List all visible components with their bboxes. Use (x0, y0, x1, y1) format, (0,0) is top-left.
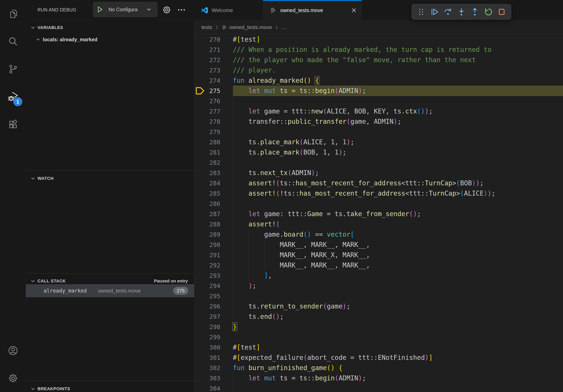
debug-step-out-button[interactable] (469, 6, 481, 18)
gutter[interactable]: 283 (194, 168, 233, 178)
code-line-text[interactable]: assert!( (233, 219, 563, 229)
gutter[interactable]: 298 (194, 322, 233, 332)
gutter[interactable]: 303 (194, 373, 233, 383)
code-line-280[interactable]: 280 ts.place_mark(ALICE, 1, 1); (194, 137, 563, 147)
gutter[interactable]: 292 (194, 260, 233, 270)
more-actions-icon[interactable] (177, 5, 186, 15)
activity-bar-item-accounts[interactable] (0, 337, 26, 364)
code-line-291[interactable]: 291 MARK__, MARK_X, MARK__, (194, 250, 563, 260)
code-line-text[interactable]: let game = ttt::new(ALICE, BOB, KEY, ts.… (233, 106, 563, 117)
code-line-text[interactable]: MARK__, MARK__, MARK__, (233, 240, 563, 250)
gutter[interactable]: 274 (194, 75, 233, 86)
code-line-288[interactable]: 288 assert!( (194, 219, 563, 229)
code-line-295[interactable]: 295 (194, 291, 563, 301)
code-line-text[interactable]: /// player. (233, 65, 563, 75)
code-line-294[interactable]: 294 ); (194, 281, 563, 291)
debug-continue-button[interactable] (429, 6, 440, 18)
gutter[interactable]: 278 (194, 117, 233, 127)
debug-config-dropdown[interactable]: No Configura (93, 2, 157, 17)
code-line-text[interactable]: MARK__, MARK_X, MARK__, (233, 250, 563, 260)
debug-step-over-button[interactable] (442, 6, 454, 18)
breadcrumb-item-tests[interactable]: tests (201, 24, 212, 30)
gutter[interactable]: 288 (194, 219, 233, 229)
variables-locals-scope[interactable]: locals: already_marked (26, 34, 194, 45)
code-line-283[interactable]: 283 ts.next_tx(ADMIN); (194, 168, 563, 178)
gutter[interactable]: 302 (194, 363, 233, 373)
activity-bar-item-explorer[interactable] (0, 0, 26, 28)
code-line-276[interactable]: 276 (194, 96, 563, 106)
code-line-292[interactable]: 292 MARK__, MARK__, MARK__, (194, 260, 563, 270)
code-line-299[interactable]: 299 (194, 332, 563, 342)
call-stack-frame[interactable]: already_marked owned_tests.move 275 (26, 284, 194, 297)
code-line-text[interactable]: fun already_marked() { (233, 75, 563, 86)
code-line-281[interactable]: 281 ts.place_mark(BOB, 1, 1); (194, 147, 563, 157)
gutter[interactable]: 282 (194, 157, 233, 168)
gutter[interactable]: 299 (194, 332, 233, 342)
gutter[interactable]: 290 (194, 240, 233, 250)
code-line-287[interactable]: 287 let game: ttt::Game = ts.take_from_s… (194, 209, 563, 219)
debug-step-into-button[interactable] (456, 6, 467, 18)
code-line-text[interactable] (233, 96, 563, 106)
code-line-text[interactable]: #[test] (233, 34, 563, 45)
gutter[interactable]: 284 (194, 178, 233, 188)
gutter[interactable]: 297 (194, 312, 233, 322)
variables-section-header[interactable]: VARIABLES (26, 21, 194, 34)
code-line-275[interactable]: 275 let mut ts = ts::begin(ADMIN); (194, 86, 563, 96)
code-line-text[interactable]: ); (233, 281, 563, 291)
code-line-300[interactable]: 300#[test] (194, 342, 563, 353)
code-line-273[interactable]: 273/// player. (194, 65, 563, 75)
code-line-text[interactable]: let mut ts = ts::begin(ADMIN); (233, 86, 563, 96)
code-line-277[interactable]: 277 let game = ttt::new(ALICE, BOB, KEY,… (194, 106, 563, 117)
code-line-text[interactable] (233, 157, 563, 168)
code-line-298[interactable]: 298} (194, 322, 563, 332)
gutter[interactable]: 286 (194, 198, 233, 209)
activity-bar-item-source-control[interactable] (0, 55, 26, 83)
code-line-text[interactable]: assert!(ts::has_most_recent_for_address<… (233, 178, 563, 188)
code-line-text[interactable] (233, 291, 563, 301)
code-line-278[interactable]: 278 transfer::public_transfer(game, ADMI… (194, 117, 563, 127)
code-line-289[interactable]: 289 game.board() == vector[ (194, 229, 563, 240)
code-line-304[interactable]: 304 (194, 383, 563, 392)
gutter[interactable]: 287 (194, 209, 233, 219)
breadcrumb-item-symbol[interactable]: … (281, 24, 286, 30)
code-line-text[interactable]: assert!(!ts::has_most_recent_for_address… (233, 188, 563, 198)
code-line-text[interactable]: transfer::public_transfer(game, ADMIN); (233, 117, 563, 127)
code-line-text[interactable]: ts.place_mark(BOB, 1, 1); (233, 147, 563, 157)
gutter[interactable]: 304 (194, 383, 233, 392)
code-line-text[interactable] (233, 332, 563, 342)
code-line-282[interactable]: 282 (194, 157, 563, 168)
code-line-text[interactable]: /// the player who made the "false" move… (233, 55, 563, 65)
gutter[interactable]: 300 (194, 342, 233, 353)
code-line-303[interactable]: 303 let mut ts = ts::begin(ADMIN); (194, 373, 563, 383)
debug-gear-icon[interactable] (162, 5, 171, 15)
gutter[interactable]: 273 (194, 65, 233, 75)
code-line-text[interactable] (233, 383, 563, 392)
breadcrumb-item-file[interactable]: owned_tests.move (229, 24, 272, 30)
code-line-301[interactable]: 301#[expected_failure(abort_code = ttt::… (194, 353, 563, 363)
start-debug-icon[interactable] (96, 5, 104, 14)
debug-restart-button[interactable] (483, 6, 494, 18)
gutter[interactable]: 279 (194, 127, 233, 137)
gutter[interactable]: 289 (194, 229, 233, 240)
code-line-285[interactable]: 285 assert!(!ts::has_most_recent_for_add… (194, 188, 563, 198)
code-line-text[interactable]: let game: ttt::Game = ts.take_from_sende… (233, 209, 563, 219)
code-line-270[interactable]: 270#[test] (194, 34, 563, 45)
code-line-text[interactable]: ts.return_to_sender(game); (233, 301, 563, 312)
code-line-302[interactable]: 302fun burn_unfinished_game() { (194, 363, 563, 373)
gutter[interactable]: 285 (194, 188, 233, 198)
tab-owned-tests-move[interactable]: owned_tests.move (263, 0, 362, 21)
code-line-297[interactable]: 297 ts.end(); (194, 312, 563, 322)
code-line-284[interactable]: 284 assert!(ts::has_most_recent_for_addr… (194, 178, 563, 188)
code-line-293[interactable]: 293 ], (194, 270, 563, 281)
gutter[interactable]: 277 (194, 106, 233, 117)
code-line-text[interactable] (233, 198, 563, 209)
code-line-286[interactable]: 286 (194, 198, 563, 209)
code-line-271[interactable]: 271/// When a position is already marked… (194, 45, 563, 55)
gutter[interactable]: 296 (194, 301, 233, 312)
gutter[interactable]: 271 (194, 45, 233, 55)
gutter[interactable]: 294 (194, 281, 233, 291)
gutter[interactable]: 276 (194, 96, 233, 106)
code-line-text[interactable]: fun burn_unfinished_game() { (233, 363, 563, 373)
gutter[interactable]: 275 (194, 86, 233, 96)
gutter[interactable]: 270 (194, 34, 233, 45)
